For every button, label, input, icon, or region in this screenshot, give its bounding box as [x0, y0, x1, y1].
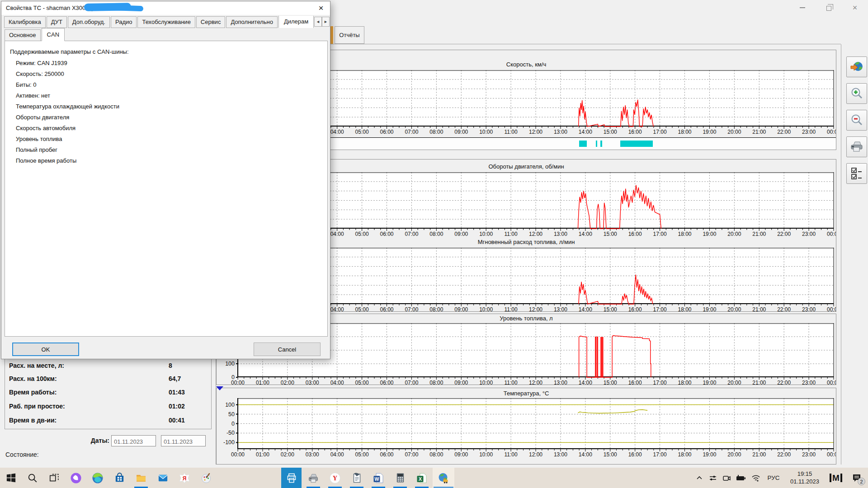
yandex-app[interactable]: Я — [174, 468, 195, 488]
svg-text:07:00: 07:00 — [405, 129, 418, 135]
splitter-handle-icon[interactable] — [216, 386, 223, 390]
print-tile-app[interactable] — [281, 468, 302, 488]
svg-text:04:00: 04:00 — [330, 451, 344, 458]
select-parameters-button[interactable] — [846, 163, 867, 184]
svg-text:20:00: 20:00 — [727, 231, 741, 237]
excel-app[interactable]: X — [411, 468, 433, 488]
svg-text:02:00: 02:00 — [281, 380, 294, 385]
tray-clock[interactable]: 19:15 01.11.2023 — [784, 468, 826, 488]
date-from-input[interactable] — [111, 435, 156, 446]
scanner-app[interactable] — [302, 468, 324, 488]
svg-text:13:00: 13:00 — [554, 306, 567, 312]
explorer-app[interactable] — [130, 468, 152, 488]
svg-text:16:00: 16:00 — [628, 380, 642, 385]
tray-m-logo-icon[interactable]: M — [826, 468, 846, 488]
chart-plot-temperature[interactable]: 00:0001:0002:0003:0004:0005:0006:0007:00… — [217, 398, 836, 459]
dialog-tab-техобслуживание[interactable]: Техобслуживание — [137, 16, 195, 28]
svg-text:100: 100 — [225, 361, 235, 367]
svg-text:10:00: 10:00 — [479, 306, 493, 312]
svg-text:01:00: 01:00 — [256, 380, 269, 385]
svg-text:15:00: 15:00 — [604, 231, 617, 237]
ok-button[interactable]: OK — [12, 343, 79, 356]
notes-app[interactable] — [346, 468, 368, 488]
svg-text:17:00: 17:00 — [653, 129, 667, 135]
dialog-subtab-can[interactable]: CAN — [42, 28, 65, 41]
dialog-subtab-основное[interactable]: Основное — [5, 29, 41, 41]
cancel-button[interactable]: Cancel — [254, 343, 321, 356]
svg-text:11:00: 11:00 — [505, 306, 518, 312]
mail-app[interactable] — [152, 468, 174, 488]
stat-value: 01:02 — [169, 403, 185, 410]
dialog-tab-калибровка[interactable]: Калибровка — [4, 16, 46, 28]
tray-chevron-up-icon[interactable] — [693, 468, 706, 488]
edge-app[interactable] — [87, 468, 108, 488]
dialog-titlebar[interactable]: Свойства ТС - shacman X3000 (8 × — [1, 1, 330, 15]
svg-text:Я: Я — [183, 475, 187, 481]
m-logo-letter: M — [832, 474, 840, 482]
date-to-input[interactable] — [161, 435, 206, 446]
svg-text:100: 100 — [225, 402, 235, 408]
notification-center-button[interactable]: 2 — [846, 468, 867, 488]
minimize-icon — [800, 7, 805, 8]
svg-text:08:00: 08:00 — [429, 306, 443, 312]
svg-text:04:00: 04:00 — [330, 306, 344, 312]
tab-scroll-left-icon[interactable]: ◄ — [314, 17, 322, 27]
can-param-item: Скорость: 250000 — [16, 70, 64, 77]
dialog-tab-доп-оборуд-[interactable]: Доп.оборуд. — [68, 16, 110, 28]
svg-text:10:00: 10:00 — [479, 380, 493, 385]
store-app[interactable] — [108, 468, 130, 488]
stat-row: Расх. на месте, л:8 — [0, 362, 207, 371]
tray-sliders-icon[interactable] — [706, 468, 720, 488]
yandex-browser-app[interactable]: Y — [324, 468, 346, 488]
zoom-out-button[interactable] — [846, 110, 867, 131]
minimize-button[interactable] — [789, 2, 816, 14]
svg-text:02:00: 02:00 — [281, 451, 294, 458]
tray-battery-icon[interactable] — [733, 468, 749, 488]
print-button[interactable] — [846, 136, 867, 157]
monitoring-app[interactable] — [433, 468, 454, 488]
paint-app[interactable] — [195, 468, 217, 488]
start-button[interactable] — [0, 468, 22, 488]
svg-text:07:00: 07:00 — [405, 380, 418, 385]
svg-text:22:00: 22:00 — [777, 306, 791, 312]
tray-language[interactable]: РУС — [763, 468, 784, 488]
svg-text:06:00: 06:00 — [380, 231, 393, 237]
svg-text:-100: -100 — [223, 439, 235, 446]
tray-wifi-icon[interactable] — [749, 468, 763, 488]
dialog-tab-сервис[interactable]: Сервис — [196, 16, 226, 28]
dialog-tab-дут[interactable]: ДУТ — [47, 16, 67, 28]
task-view-button[interactable] — [43, 468, 65, 488]
restore-button[interactable] — [816, 2, 842, 14]
tab-scroll-right-icon[interactable]: ► — [322, 17, 330, 27]
excel-icon: X — [416, 472, 428, 484]
scanner-icon — [307, 472, 319, 484]
m-logo-bar — [840, 474, 842, 482]
search-button[interactable] — [22, 468, 43, 488]
show-on-map-button[interactable] — [846, 56, 867, 77]
svg-text:X: X — [419, 476, 422, 481]
zoom-in-button[interactable] — [846, 83, 867, 104]
dialog-tab-радио[interactable]: Радио — [111, 16, 137, 28]
alice-app[interactable] — [65, 468, 87, 488]
svg-text:00:00: 00:00 — [827, 451, 836, 458]
dialog-tabs-row2: ОсновноеCAN — [5, 29, 66, 41]
mail-icon — [157, 472, 169, 483]
svg-text:21:00: 21:00 — [752, 129, 766, 135]
svg-text:04:00: 04:00 — [330, 380, 344, 385]
svg-text:03:00: 03:00 — [306, 451, 319, 458]
svg-text:12:00: 12:00 — [529, 231, 542, 237]
svg-text:Y: Y — [333, 475, 337, 482]
svg-text:05:00: 05:00 — [355, 231, 369, 237]
calculator-app[interactable] — [389, 468, 411, 488]
can-param-item: Уровень топлива — [16, 136, 62, 142]
word-app[interactable]: W — [368, 468, 389, 488]
tabstrip-divider — [329, 44, 841, 44]
close-button[interactable]: × — [842, 2, 868, 14]
svg-text:16:00: 16:00 — [628, 231, 642, 237]
dialog-tab-дополнительно[interactable]: Дополнительно — [226, 16, 278, 28]
tab-reports[interactable]: Отчёты — [335, 26, 364, 44]
dialog-close-button[interactable]: × — [315, 2, 327, 14]
dialog-tab-дилерам[interactable]: Дилерам — [278, 16, 314, 28]
tray-camera-icon[interactable] — [720, 468, 733, 488]
close-icon: × — [853, 4, 858, 12]
